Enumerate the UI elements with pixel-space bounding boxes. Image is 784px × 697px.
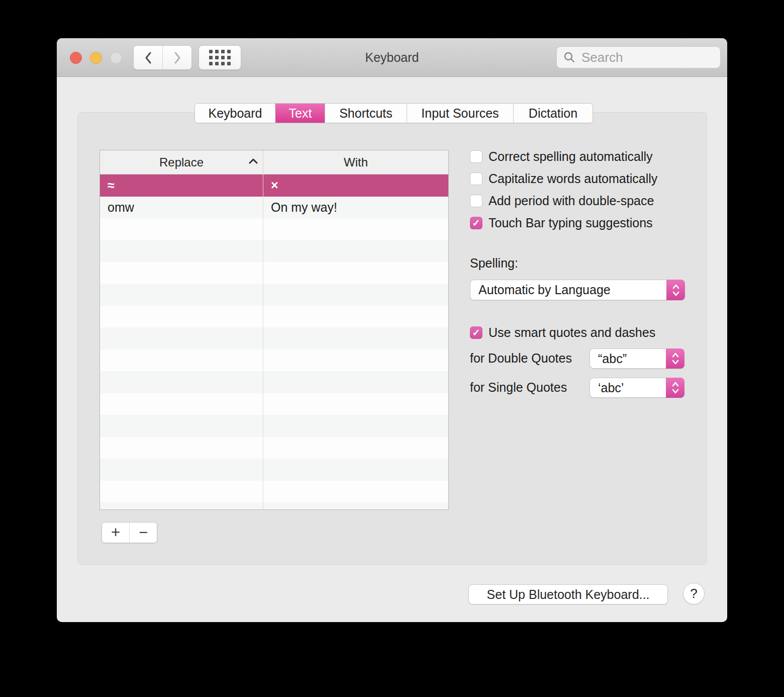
replace-cell[interactable]: omw [100, 197, 263, 219]
checkbox-correct-spelling[interactable]: Correct spelling automatically [470, 145, 653, 167]
column-divider [263, 150, 263, 174]
checkbox-add-period[interactable]: Add period with double-space [470, 190, 654, 212]
tab-bar: Keyboard Text Shortcuts Input Sources Di… [194, 103, 593, 123]
tab-dictation[interactable]: Dictation [513, 104, 593, 123]
history-nav-group [133, 45, 192, 70]
checkbox-label: Capitalize words automatically [488, 171, 657, 186]
checkbox-box[interactable] [470, 172, 482, 185]
checkbox-label: Add period with double-space [488, 194, 654, 208]
screen-background: Keyboard Keyboard Text Shortcuts Input S… [0, 0, 784, 697]
chevron-right-icon [173, 51, 181, 64]
tab-input-sources[interactable]: Input Sources [407, 104, 513, 123]
setup-bluetooth-keyboard-button[interactable]: Set Up Bluetooth Keyboard... [468, 584, 668, 604]
replace-cell[interactable]: ≈ [100, 175, 263, 197]
checkbox-capitalize-words[interactable]: Capitalize words automatically [470, 167, 657, 190]
table-row-selected[interactable]: ≈ × [100, 175, 448, 197]
checkbox-label: Touch Bar typing suggestions [488, 216, 653, 230]
checkbox-box[interactable]: ✓ [470, 326, 482, 339]
popup-stepper-icon [666, 378, 684, 398]
show-all-preferences-button[interactable] [199, 45, 241, 70]
checkbox-box[interactable] [470, 195, 482, 207]
tab-keyboard[interactable]: Keyboard [195, 104, 275, 123]
back-button[interactable] [134, 46, 162, 69]
add-remove-group: + − [102, 522, 157, 543]
checkbox-smart-quotes[interactable]: ✓ Use smart quotes and dashes [470, 321, 655, 343]
tab-text[interactable]: Text [275, 104, 325, 123]
with-cell[interactable]: × [263, 175, 448, 197]
grid-icon [209, 50, 231, 65]
single-quotes-label: for Single Quotes [470, 380, 567, 395]
table-header: Replace With [100, 150, 448, 175]
checkbox-box[interactable] [470, 150, 482, 163]
forward-button[interactable] [162, 46, 191, 69]
double-quotes-popup[interactable]: “abc” [590, 349, 684, 369]
help-button[interactable]: ? [683, 583, 705, 604]
search-icon [563, 51, 575, 63]
close-button[interactable] [70, 52, 82, 64]
add-replacement-button[interactable]: + [102, 522, 129, 543]
spelling-label: Spelling: [470, 256, 518, 271]
popup-stepper-icon [666, 280, 685, 300]
spelling-popup[interactable]: Automatic by Language [470, 280, 685, 300]
remove-replacement-button[interactable]: − [129, 522, 157, 543]
popup-stepper-icon [666, 349, 684, 369]
text-replacements-table: Replace With ≈ × omw On my way! [100, 150, 449, 510]
column-header-with[interactable]: With [263, 150, 448, 175]
window-title: Keyboard [365, 50, 419, 65]
checkbox-label: Use smart quotes and dashes [488, 325, 655, 340]
popup-value: ‘abc’ [590, 381, 624, 395]
minimize-button[interactable] [90, 52, 102, 64]
with-cell[interactable]: On my way! [263, 197, 448, 219]
popup-value: Automatic by Language [470, 283, 611, 297]
column-divider [263, 175, 263, 509]
sort-ascending-icon [248, 157, 259, 167]
search-field[interactable] [556, 46, 721, 68]
checkbox-label: Correct spelling automatically [488, 149, 653, 164]
zoom-button [110, 52, 122, 64]
checkbox-box[interactable]: ✓ [470, 217, 482, 229]
table-body: ≈ × omw On my way! [100, 175, 448, 509]
tab-shortcuts[interactable]: Shortcuts [325, 104, 407, 123]
search-input[interactable] [580, 49, 708, 66]
table-row[interactable]: omw On my way! [100, 197, 448, 219]
keyboard-preferences-window: Keyboard Keyboard Text Shortcuts Input S… [57, 38, 727, 622]
chevron-left-icon [144, 51, 152, 64]
column-header-replace[interactable]: Replace [100, 150, 263, 175]
titlebar: Keyboard [57, 38, 727, 77]
popup-value: “abc” [590, 352, 627, 366]
single-quotes-popup[interactable]: ‘abc’ [590, 378, 684, 398]
double-quotes-label: for Double Quotes [470, 351, 572, 366]
checkbox-touchbar-suggestions[interactable]: ✓ Touch Bar typing suggestions [470, 212, 653, 234]
